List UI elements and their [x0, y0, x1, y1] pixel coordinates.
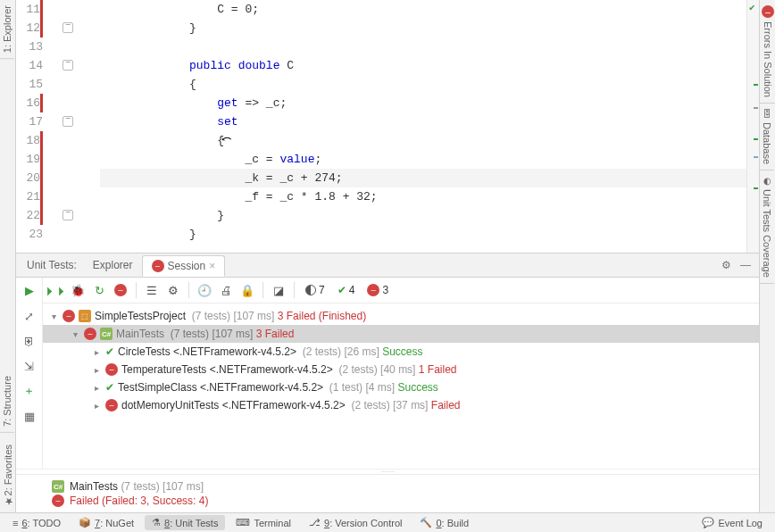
bottom-unit-tests[interactable]: ⚗8: Unit Tests	[145, 515, 225, 530]
close-tab-icon[interactable]: ×	[209, 260, 215, 272]
summary-time: [107 ms]	[162, 480, 204, 493]
options-button[interactable]: ⚙	[163, 280, 183, 300]
tree-child-name: CircleTests <.NETFramework-v4.5.2>	[118, 345, 296, 358]
grid-icon[interactable]: ▦	[21, 407, 38, 425]
csharp-icon: C#	[100, 328, 112, 340]
run-button[interactable]: ▶	[21, 281, 38, 299]
export-button[interactable]: 🖨	[216, 280, 236, 300]
code-line: public double C	[100, 56, 759, 75]
bottom-nuget[interactable]: 📦7: NuGet	[71, 515, 141, 530]
favorites-tool-tab[interactable]: ★ 2: Favorites	[0, 439, 15, 513]
tab-explorer[interactable]: Explorer	[84, 255, 142, 275]
failed-count-pill[interactable]: –3	[362, 284, 394, 296]
filter-button[interactable]: ☰	[142, 280, 162, 300]
tree-main-meta: (7 tests)	[171, 328, 209, 340]
chevron-right-icon[interactable]: ▸	[91, 347, 102, 357]
structure-tool-tab[interactable]: 7: Structure	[0, 370, 14, 433]
tree-child-row[interactable]: ▸ ✔ CircleTests <.NETFramework-v4.5.2> (…	[43, 343, 759, 361]
unit-tests-toolbar: ⏵⏵ 🐞 ↻ – ☰ ⚙ 🕘 🖨 🔒 ◪ 7 ✔4 –3	[43, 278, 759, 303]
unit-tests-run-sidebar: ▶	[16, 278, 43, 303]
total-count-pill[interactable]: 7	[300, 284, 330, 296]
tree-child-name: TestSimpleClass <.NETFramework-v4.5.2>	[118, 381, 323, 394]
code-area[interactable]: C = 0; } public double C { get => _c; se…	[100, 0, 759, 253]
code-line: {	[100, 131, 759, 150]
tree-main-name: MainTests	[116, 328, 164, 340]
editor-scrollbar[interactable]: ✔	[746, 0, 759, 253]
tree-child-row[interactable]: ▸ – TemperatureTests <.NETFramework-v4.5…	[43, 361, 759, 378]
summary-title: MainTests	[70, 480, 118, 493]
tree-main-row[interactable]: ▾ – C# MainTests (7 tests) [107 ms] 3 Fa…	[43, 325, 759, 343]
tree-child-row[interactable]: ▸ – dotMemoryUnitTests <.NETFramework-v4…	[43, 396, 759, 414]
fold-toggle-icon[interactable]	[62, 116, 73, 127]
unit-tests-side-actions: ⤢ ⛨ ⇲ ＋ ▦	[16, 303, 43, 469]
scroll-marker	[754, 156, 758, 158]
chevron-right-icon[interactable]: ▸	[91, 401, 102, 411]
tree-child-status: Failed	[431, 399, 461, 411]
collapse-icon[interactable]: ⇲	[21, 357, 38, 375]
coverage-tool-tab[interactable]: ◐Unit Tests Coverage	[760, 170, 774, 284]
expand-all-button[interactable]: ⤢	[21, 307, 38, 325]
tab-session-label: Session	[168, 260, 206, 272]
tree-child-status: Success	[382, 345, 422, 358]
summary-detail: Failed (Failed: 3, Success: 4)	[70, 495, 208, 507]
history-button[interactable]: 🕘	[195, 280, 214, 300]
tree-child-time: [40 ms]	[380, 363, 415, 376]
left-tool-sidebar: 1: Explorer 7: Structure ★ 2: Favorites	[0, 0, 16, 513]
debug-button[interactable]: 🐞	[68, 280, 88, 300]
fail-icon: –	[152, 260, 164, 272]
fold-toggle-icon[interactable]	[62, 22, 73, 33]
bottom-vcs[interactable]: ⎇9: Version Control	[302, 515, 409, 530]
code-editor[interactable]: 11 12 13 14 15 16 17 18 19 20 21 22 23 C…	[16, 0, 759, 253]
line-number: 13	[16, 37, 43, 56]
right-tool-sidebar: –Errors In Solution 🗄Database ◐Unit Test…	[759, 0, 775, 513]
settings-icon[interactable]: ⚙	[718, 257, 734, 273]
scroll-marker	[754, 138, 758, 140]
code-line	[100, 37, 759, 56]
tree-main-time: [107 ms]	[212, 328, 253, 340]
bottom-terminal[interactable]: ⌨Terminal	[229, 515, 298, 530]
tree-child-meta: (2 tests)	[338, 363, 377, 376]
explorer-tool-tab[interactable]: 1: Explorer	[0, 0, 14, 59]
fold-gutter	[46, 0, 100, 253]
lock-button[interactable]: 🔒	[238, 280, 257, 300]
bottom-build[interactable]: 🔨0: Build	[412, 515, 476, 530]
chevron-down-icon[interactable]: ▾	[70, 329, 80, 339]
tree-child-meta: (1 test)	[329, 381, 362, 394]
tab-session[interactable]: – Session ×	[142, 255, 226, 277]
line-number: 11	[16, 0, 43, 19]
tree-root-row[interactable]: ▾ – ⬚ SimpleTestsProject (7 tests) [107 …	[43, 307, 759, 325]
tree-child-row[interactable]: ▸ ✔ TestSimpleClass <.NETFramework-v4.5.…	[43, 378, 759, 396]
tree-main-status: 3 Failed	[256, 328, 295, 340]
code-line: set	[100, 112, 759, 131]
fail-icon: –	[84, 328, 96, 340]
stop-button[interactable]: –	[111, 280, 130, 300]
errors-tool-tab[interactable]: –Errors In Solution	[760, 0, 775, 104]
chevron-down-icon[interactable]: ▾	[48, 312, 59, 321]
database-tool-tab[interactable]: 🗄Database	[760, 104, 774, 170]
test-tree[interactable]: ▾ – ⬚ SimpleTestsProject (7 tests) [107 …	[43, 303, 759, 469]
code-line: }	[100, 225, 759, 244]
unit-tests-tabbar: Unit Tests: Explorer – Session × ⚙ —	[16, 254, 759, 278]
coverage-button[interactable]: ◪	[269, 280, 288, 300]
csharp-icon: C#	[52, 480, 64, 493]
add-button[interactable]: ＋	[21, 382, 38, 400]
passed-count-pill[interactable]: ✔4	[332, 284, 361, 296]
code-line: _f = _c * 1.8 + 32;	[100, 187, 759, 206]
fold-toggle-icon[interactable]	[62, 210, 73, 220]
rerun-button[interactable]: ↻	[89, 280, 109, 300]
minimize-icon[interactable]: —	[738, 257, 754, 273]
fail-icon: –	[52, 495, 64, 507]
bottom-event-log[interactable]: 💬Event Log	[695, 515, 770, 530]
pass-icon: ✔	[105, 381, 114, 394]
fold-toggle-icon[interactable]	[62, 60, 73, 71]
tree-child-status: 1 Failed	[419, 363, 457, 376]
code-line: }	[100, 206, 759, 225]
bottom-todo[interactable]: ≡6: TODO	[5, 516, 68, 530]
shield-icon[interactable]: ⛨	[21, 332, 38, 350]
fail-icon: –	[105, 363, 118, 376]
chevron-right-icon[interactable]: ▸	[91, 383, 102, 393]
run-all-button[interactable]: ⏵⏵	[46, 280, 66, 300]
chevron-right-icon[interactable]: ▸	[91, 365, 102, 375]
code-line: _k = _c + 274;	[100, 169, 759, 187]
scroll-marker	[754, 107, 758, 109]
